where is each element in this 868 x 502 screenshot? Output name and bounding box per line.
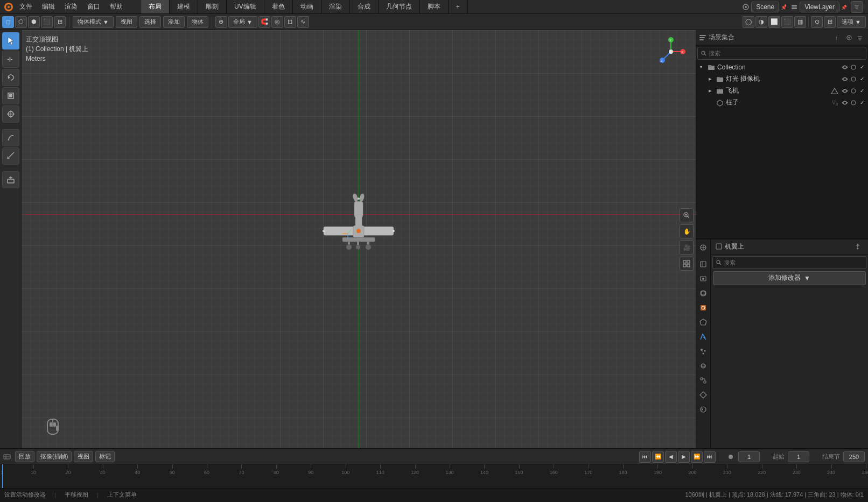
- collection-expand-arrow[interactable]: [698, 64, 704, 70]
- tool-select[interactable]: [2, 32, 19, 50]
- object-mode-btn[interactable]: 物体模式 ▼: [73, 16, 114, 28]
- viewport-shading4-btn[interactable]: ⬛: [781, 16, 793, 28]
- pillar-vis-icon[interactable]: [841, 99, 849, 107]
- properties-pin-btn[interactable]: [852, 241, 864, 252]
- timeline-tab-playback[interactable]: 回放: [15, 451, 34, 462]
- prop-tab-constraints[interactable]: [696, 373, 710, 387]
- tool-scale[interactable]: [2, 87, 19, 104]
- properties-search[interactable]: [712, 256, 866, 269]
- prop-tab-particles[interactable]: [696, 344, 710, 358]
- object-btn[interactable]: 物体: [187, 16, 208, 28]
- outliner-pillar[interactable]: 柱子 ▽3 ✓: [696, 97, 868, 109]
- global-btn[interactable]: 全局 ▼: [228, 16, 257, 28]
- start-frame-input[interactable]: [788, 451, 809, 462]
- tool-move[interactable]: ✛: [2, 51, 19, 68]
- prop-tab-physics[interactable]: [696, 359, 710, 373]
- tool-add-object[interactable]: [2, 171, 19, 188]
- lights-exclude-icon[interactable]: ✓: [858, 75, 866, 83]
- jump-start-btn[interactable]: ⏮: [639, 451, 651, 463]
- jump-back-btn[interactable]: ⏪: [652, 451, 664, 463]
- outliner-search-input[interactable]: [709, 50, 863, 56]
- pan-btn[interactable]: ✋: [680, 224, 694, 238]
- menu-window[interactable]: 窗口: [83, 1, 104, 12]
- prop-tab-viewlayer[interactable]: [696, 301, 710, 315]
- tool-rotate[interactable]: [2, 69, 19, 86]
- collection-render-icon[interactable]: [850, 63, 857, 71]
- jump-end-btn[interactable]: ⏭: [704, 451, 716, 463]
- select-mode4-btn[interactable]: ⬛: [41, 16, 53, 28]
- axis-gizmo[interactable]: Y X Z: [655, 36, 687, 68]
- tab-compositing[interactable]: 合成: [350, 0, 379, 13]
- outliner-filter3[interactable]: [855, 33, 865, 43]
- snap2-btn[interactable]: ⊡: [284, 16, 296, 28]
- viewlayer-picker[interactable]: ViewLayer: [800, 2, 839, 12]
- play-btn[interactable]: ▶: [678, 451, 690, 463]
- menu-edit[interactable]: 编辑: [38, 1, 59, 12]
- pillar-expand-arrow[interactable]: [706, 100, 713, 106]
- viewport-shading5-btn[interactable]: ▥: [794, 16, 806, 28]
- properties-search-input[interactable]: [724, 259, 863, 266]
- prop-tab-data[interactable]: [696, 388, 710, 402]
- viewport-shading2-btn[interactable]: ◑: [755, 16, 767, 28]
- tab-shading[interactable]: 着色: [264, 0, 293, 13]
- viewport-overlay-btn[interactable]: ⊙: [811, 16, 823, 28]
- plane-exclude-icon[interactable]: ✓: [858, 87, 866, 95]
- outliner-filter2[interactable]: [844, 33, 854, 43]
- lights-render-icon[interactable]: [850, 75, 857, 83]
- timeline-tab-view[interactable]: 视图: [74, 451, 93, 462]
- timeline-playhead[interactable]: [2, 464, 3, 488]
- tool-transform[interactable]: [2, 105, 19, 123]
- prop-tab-material[interactable]: [696, 402, 710, 416]
- snap-btn[interactable]: 🧲: [258, 16, 270, 28]
- timeline-tab-markers[interactable]: 标记: [95, 451, 115, 462]
- camera-btn[interactable]: 🎥: [680, 241, 694, 254]
- step-forward-btn[interactable]: ⏩: [691, 451, 703, 463]
- tab-add[interactable]: +: [449, 0, 468, 13]
- outliner-filter1[interactable]: ↕: [834, 33, 843, 43]
- plane-vis-icon[interactable]: [841, 87, 849, 95]
- tab-layout[interactable]: 布局: [141, 0, 170, 13]
- select-mode5-btn[interactable]: ⊞: [54, 16, 66, 28]
- lights-vis-icon[interactable]: [841, 75, 849, 83]
- prop-tab-render[interactable]: [696, 272, 710, 286]
- step-back-btn[interactable]: ◀: [665, 451, 677, 463]
- end-frame-input[interactable]: [843, 451, 865, 462]
- proportional-btn[interactable]: ◎: [271, 16, 283, 28]
- viewport[interactable]: 正交顶视图 (1) Collection | 机翼上 Meters: [22, 30, 696, 448]
- tool-annotate[interactable]: [2, 129, 19, 146]
- viewport-shading1-btn[interactable]: ◯: [743, 16, 754, 28]
- select-mode3-btn[interactable]: ⬢: [28, 16, 40, 28]
- add-modifier-btn[interactable]: 添加修改器 ▼: [713, 271, 866, 285]
- plane-expand-arrow[interactable]: [706, 88, 713, 94]
- prop-tab-modifier[interactable]: [696, 330, 710, 344]
- prop-tab-scene2[interactable]: [696, 315, 710, 329]
- current-frame-input[interactable]: [738, 451, 760, 462]
- scene-picker[interactable]: Scene: [751, 2, 779, 12]
- viewport-shading3-btn[interactable]: ⬜: [768, 16, 780, 28]
- tab-model[interactable]: 建模: [170, 0, 198, 13]
- outliner-search[interactable]: [697, 47, 866, 60]
- timeline-ruler[interactable]: 1102030405060708090100110120130140150160…: [0, 464, 868, 488]
- add-btn[interactable]: 添加: [163, 16, 185, 28]
- menu-file[interactable]: 文件: [15, 1, 37, 12]
- menu-help[interactable]: 帮助: [106, 1, 127, 12]
- select-box-btn[interactable]: □: [2, 16, 14, 28]
- prop-tab-scene[interactable]: [696, 257, 710, 271]
- view-btn[interactable]: 视图: [116, 16, 137, 28]
- tab-sculpt[interactable]: 雕刻: [198, 0, 227, 13]
- outliner-lights[interactable]: 灯光 摄像机 ✓: [696, 73, 868, 85]
- pillar-exclude-icon[interactable]: ✓: [858, 99, 866, 107]
- select-btn[interactable]: 选择: [139, 16, 161, 28]
- tab-render[interactable]: 渲染: [321, 0, 350, 13]
- tab-scripting[interactable]: 脚本: [420, 0, 449, 13]
- tool-measure[interactable]: [2, 147, 19, 165]
- outliner-plane[interactable]: 飞机 ✓: [696, 85, 868, 97]
- quad-view-btn[interactable]: [680, 257, 694, 271]
- snap3-btn[interactable]: ∿: [297, 16, 309, 28]
- prop-tab-output[interactable]: [696, 286, 710, 300]
- options-btn[interactable]: 选项 ▼: [837, 16, 866, 28]
- pillar-render-icon[interactable]: [850, 99, 857, 107]
- menu-render[interactable]: 渲染: [60, 1, 82, 12]
- tab-geo-nodes[interactable]: 几何节点: [379, 0, 420, 13]
- plane-render-icon[interactable]: [850, 87, 857, 95]
